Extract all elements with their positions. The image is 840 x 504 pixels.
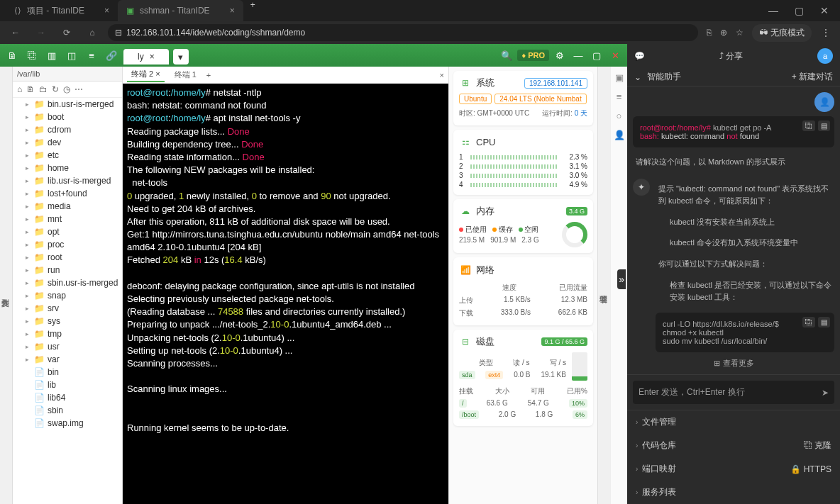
tree-item[interactable]: ▸📁run: [13, 264, 122, 276]
tree-item[interactable]: ▸📁srv: [13, 302, 122, 315]
star-icon[interactable]: ☆: [733, 25, 746, 40]
tree-item[interactable]: ▸📁var: [13, 353, 122, 366]
file-tree: /var/lib ⌂ 🗎 🗀 ↻ ◷ ⋯ ▸📁bin.usr-is-merged…: [13, 67, 123, 504]
tree-item[interactable]: ▸📁sbin.usr-is-merged: [13, 276, 122, 289]
terminal-tab[interactable]: 终端 1: [170, 68, 201, 82]
install-icon[interactable]: ⎘: [704, 25, 714, 40]
columns-icon[interactable]: ▥: [44, 47, 60, 63]
copy-icon[interactable]: ⿻: [802, 317, 815, 327]
minimize-icon[interactable]: —: [570, 47, 586, 63]
home-icon[interactable]: ⌂: [17, 84, 22, 94]
copy-icon[interactable]: ⿻: [802, 121, 815, 131]
tree-item[interactable]: ▸📁proc: [13, 238, 122, 251]
forward-icon[interactable]: →: [31, 23, 51, 43]
user-avatar[interactable]: a: [817, 48, 833, 64]
maximize-icon[interactable]: ▢: [789, 1, 809, 21]
bookmark-icon[interactable]: ⊕: [717, 25, 730, 40]
close-icon[interactable]: ✕: [814, 1, 834, 21]
site-info-icon[interactable]: ⊟: [115, 28, 122, 38]
terminal-tab[interactable]: 终端 2 ×: [127, 67, 165, 82]
tree-item[interactable]: ▸📁sys: [13, 315, 122, 327]
copy-icon[interactable]: ⿻: [24, 47, 40, 63]
tree-item[interactable]: ▸📁root: [13, 251, 122, 264]
dropdown-icon[interactable]: ▾: [173, 49, 189, 65]
expand-icon[interactable]: ▤: [818, 121, 830, 131]
monitor-panel: ⊞系统 192.168.101.141 Ubuntu 24.04 LTS (No…: [448, 67, 597, 504]
search-icon[interactable]: 🔍: [499, 47, 514, 63]
url-bar[interactable]: ⊟ 192.168.101.144/ide/web/coding/sshman/…: [108, 24, 698, 41]
file-icon[interactable]: 🗎: [4, 47, 20, 63]
list-icon[interactable]: ≡: [617, 91, 622, 102]
chat-icon[interactable]: 💬: [634, 51, 645, 61]
close-icon[interactable]: ×: [104, 6, 109, 16]
new-chat-button[interactable]: + 新建对话: [792, 71, 833, 83]
tree-item[interactable]: ▸📁cdrom: [13, 123, 122, 136]
minimize-icon[interactable]: —: [763, 1, 783, 21]
chevron-down-icon[interactable]: ⌄: [634, 72, 641, 82]
close-icon[interactable]: ✕: [607, 47, 623, 63]
list-icon[interactable]: ≡: [84, 47, 99, 63]
accordion-services[interactable]: ›服务列表: [627, 481, 840, 504]
tree-item[interactable]: 📄lib64: [13, 391, 122, 404]
assistant-title: 智能助手: [647, 71, 681, 83]
cpu-icon: ⚏: [459, 135, 472, 148]
browser-tab-1[interactable]: ⟨⟩ 项目 - TitanIDE ×: [6, 0, 118, 21]
ide-toolbar: 🗎 ⿻ ▥ ◫ ≡ 🔗 ly × ▾ 🔍 ♦ PRO ⚙ — ▢ ✕: [0, 44, 627, 67]
add-file-icon[interactable]: 🗎: [26, 84, 35, 94]
home-icon[interactable]: ⌂: [82, 23, 102, 43]
back-icon[interactable]: ←: [6, 23, 26, 43]
tree-item[interactable]: ▸📁media: [13, 200, 122, 213]
new-tab-button[interactable]: +: [243, 0, 262, 21]
terminal-output[interactable]: root@root:/home/ly# netstat -ntlpbash: n…: [123, 84, 448, 504]
gear-icon[interactable]: ⚙: [552, 47, 568, 63]
expand-icon[interactable]: ▤: [818, 317, 830, 327]
view-more-button[interactable]: ⊞ 查看更多: [627, 352, 840, 374]
incognito-badge[interactable]: 🕶 无痕模式: [752, 24, 812, 42]
tree-item[interactable]: ▸📁home: [13, 162, 122, 174]
tree-item[interactable]: ▸📁opt: [13, 225, 122, 238]
chat-panel: 💬 ⤴ 分享 a ⌄ 智能助手 + 新建对话 👤 ⿻▤ root@root:/h…: [627, 44, 840, 504]
circle-icon[interactable]: ○: [617, 111, 622, 121]
tree-item[interactable]: 📄swap.img: [13, 417, 122, 430]
tree-item[interactable]: ▸📁lib.usr-is-merged: [13, 174, 122, 187]
accordion-ports[interactable]: ›端口映射🔒 HTTPS: [627, 457, 840, 481]
refresh-icon[interactable]: ↻: [52, 84, 59, 94]
tree-item[interactable]: ▸📁lost+found: [13, 187, 122, 200]
card-title: 网络: [476, 264, 494, 276]
tree-item[interactable]: ▸📁etc: [13, 149, 122, 162]
maximize-icon[interactable]: ▢: [589, 47, 604, 63]
tree-item[interactable]: 📄lib: [13, 379, 122, 391]
tree-item[interactable]: 📄sbin: [13, 404, 122, 417]
share-button[interactable]: ⤴ 分享: [719, 50, 743, 62]
split-icon[interactable]: ◫: [64, 47, 79, 63]
tree-item[interactable]: ▸📁mnt: [13, 213, 122, 225]
close-icon[interactable]: ×: [150, 52, 155, 62]
browser-tab-2[interactable]: ▣ sshman - TitanIDE ×: [118, 0, 243, 21]
person-icon[interactable]: 👤: [614, 130, 625, 140]
link-icon[interactable]: 🔗: [104, 47, 119, 63]
tree-item[interactable]: 📄bin: [13, 366, 122, 379]
tree-item[interactable]: ▸📁snap: [13, 289, 122, 302]
tree-item[interactable]: ▸📁tmp: [13, 327, 122, 340]
panel-icon[interactable]: ▣: [615, 72, 624, 83]
collapse-chat-button[interactable]: »: [617, 269, 626, 289]
chat-input[interactable]: Enter 发送，Ctrl+Enter 换行 ➤: [633, 381, 834, 404]
close-icon[interactable]: ×: [440, 71, 444, 79]
add-folder-icon[interactable]: 🗀: [39, 84, 48, 94]
user-avatar: 👤: [814, 92, 834, 112]
reload-icon[interactable]: ⟳: [57, 23, 77, 43]
accordion-files[interactable]: ›文件管理: [627, 410, 840, 434]
more-icon[interactable]: ⋯: [74, 84, 83, 94]
menu-icon[interactable]: ⋮: [817, 28, 834, 38]
accordion-repo[interactable]: ›代码仓库⿻ 克隆: [627, 434, 840, 457]
send-icon[interactable]: ➤: [822, 388, 829, 398]
close-icon[interactable]: ×: [230, 6, 235, 16]
tree-item[interactable]: ▸📁usr: [13, 340, 122, 353]
history-icon[interactable]: ◷: [63, 84, 70, 94]
mem-badge: 3.4 G: [566, 207, 587, 215]
editor-tab[interactable]: ly ×: [123, 49, 169, 65]
tree-item[interactable]: ▸📁boot: [13, 111, 122, 123]
tree-item[interactable]: ▸📁dev: [13, 136, 122, 149]
tree-item[interactable]: ▸📁bin.usr-is-merged: [13, 98, 122, 111]
add-terminal-icon[interactable]: +: [206, 71, 211, 79]
